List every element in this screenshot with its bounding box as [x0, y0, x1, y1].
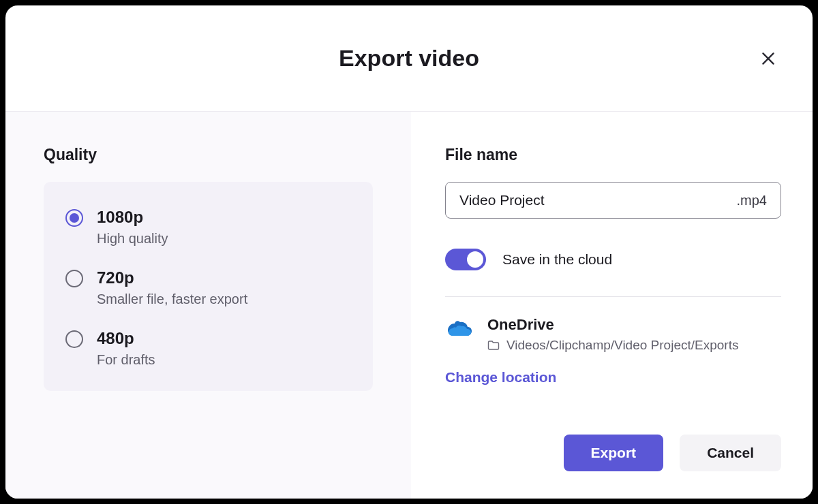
dialog-title: Export video: [339, 45, 479, 72]
dialog-header: Export video: [5, 5, 813, 112]
quality-option-1080p[interactable]: 1080p High quality: [65, 201, 351, 262]
cloud-location-row: OneDrive Videos/Clipchamp/Video Project/…: [445, 316, 781, 353]
option-text: 480p For drafts: [97, 329, 155, 368]
option-subtitle: For drafts: [97, 352, 155, 368]
cloud-toggle-row: Save in the cloud: [445, 249, 781, 270]
option-subtitle: High quality: [97, 231, 168, 247]
change-location-link[interactable]: Change location: [445, 369, 781, 385]
export-button[interactable]: Export: [564, 435, 664, 471]
settings-panel: File name .mp4 Save in the cloud OneDriv…: [411, 112, 813, 499]
radio-icon: [65, 270, 83, 287]
cloud-info: OneDrive Videos/Clipchamp/Video Project/…: [487, 316, 738, 353]
dialog-actions: Export Cancel: [445, 414, 781, 471]
cloud-toggle-label: Save in the cloud: [502, 251, 612, 268]
radio-icon: [65, 209, 83, 227]
dialog-body: Quality 1080p High quality 720p Smaller …: [5, 112, 813, 499]
cloud-path-row: Videos/Clipchamp/Video Project/Exports: [487, 338, 738, 353]
quality-label: Quality: [44, 146, 373, 164]
option-title: 480p: [97, 329, 155, 348]
option-title: 720p: [97, 268, 247, 287]
quality-panel: Quality 1080p High quality 720p Smaller …: [5, 112, 411, 499]
quality-option-480p[interactable]: 480p For drafts: [65, 322, 351, 372]
cloud-path: Videos/Clipchamp/Video Project/Exports: [506, 338, 738, 353]
filename-label: File name: [445, 146, 781, 164]
filename-row: .mp4: [445, 182, 781, 219]
close-icon: [759, 50, 777, 67]
cloud-toggle[interactable]: [445, 249, 486, 270]
onedrive-icon: [445, 319, 472, 338]
radio-icon: [65, 330, 83, 348]
folder-icon: [487, 340, 500, 351]
file-extension: .mp4: [737, 193, 767, 208]
option-subtitle: Smaller file, faster export: [97, 292, 247, 307]
cloud-provider: OneDrive: [487, 316, 738, 334]
quality-option-720p[interactable]: 720p Smaller file, faster export: [65, 262, 351, 322]
option-text: 720p Smaller file, faster export: [97, 268, 247, 307]
option-title: 1080p: [97, 208, 168, 227]
quality-options: 1080p High quality 720p Smaller file, fa…: [44, 182, 373, 391]
divider: [445, 296, 781, 297]
cancel-button[interactable]: Cancel: [680, 435, 781, 471]
option-text: 1080p High quality: [97, 208, 168, 247]
close-button[interactable]: [754, 44, 783, 73]
export-dialog: Export video Quality 1080p High quality: [5, 5, 813, 499]
filename-input[interactable]: [459, 192, 737, 208]
